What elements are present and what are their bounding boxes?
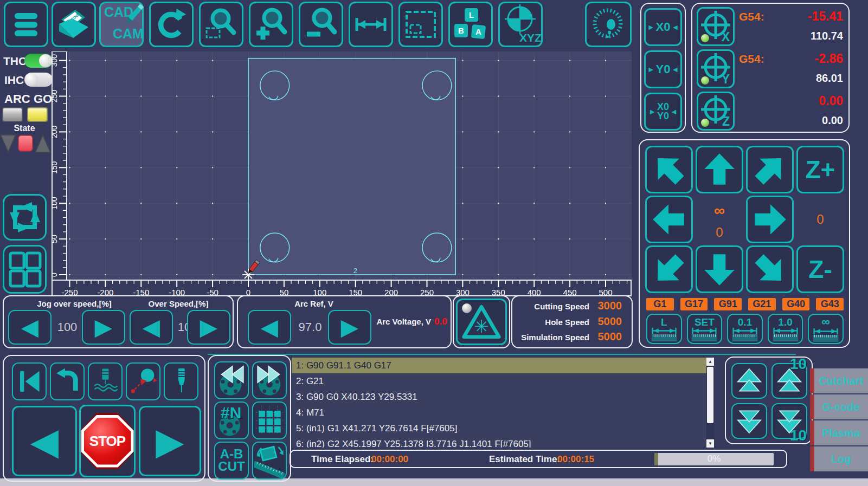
over-speed-inc-button[interactable]: ▶ [187,310,230,345]
line-up-button[interactable] [731,363,767,399]
g54-y-label: G54: [739,53,764,66]
step-cont-button[interactable]: ∞ [808,314,844,344]
hole-speed-label: Hole Speed [545,317,589,327]
rotate-part-button[interactable] [3,194,47,241]
zoom-out-button[interactable] [299,2,343,47]
jog-se-button[interactable] [746,245,794,293]
jog-up-button[interactable] [696,146,743,193]
jog-left-button[interactable] [645,196,693,243]
axis-x-button[interactable]: X [697,7,735,46]
nudge-panel: 10 10 [725,357,813,444]
fast-forward-button[interactable] [252,361,287,399]
jog-right-button[interactable] [746,196,794,243]
jog-nw-button[interactable] [645,146,693,193]
jog-z-minus-button[interactable]: Z- [796,245,844,293]
tab-gcode[interactable]: G-code [810,394,868,419]
gcode-line[interactable]: 6: (in2) G2 X45.1997 Y25.1378 I3.7716 J1… [292,436,714,448]
left-triangle-icon: ◀ [143,316,160,339]
probe-torch-button[interactable] [164,362,198,400]
work-canvas[interactable]: 2050100150200250300-250-200-150-100-5005… [52,51,632,296]
goto-start-button[interactable] [12,362,47,400]
scroll-up-button[interactable]: ▲ [706,358,714,366]
jog-down-button[interactable] [696,245,743,293]
jog-ne-button[interactable] [746,146,794,193]
axis-x-letter: X [722,30,730,44]
keyboard-keys-button[interactable]: L B A [448,2,493,47]
badge-g43: G43 [816,298,844,310]
svg-text:250: 250 [52,90,59,103]
zero-x-button[interactable]: ► X0 ◄ [644,8,682,46]
line-down-button[interactable] [731,403,767,439]
go-label: GO [34,92,52,106]
ab-cut-button[interactable]: A-B CUT [214,442,249,479]
open-gcode-button[interactable]: G-code [52,2,96,47]
run-backward-button[interactable]: ◀ [12,406,77,476]
svg-text:A: A [475,27,481,36]
step-0p1-button[interactable]: 0.1 [727,314,763,344]
gcode-line[interactable]: 1: G90 G91.1 G40 G17 [292,358,714,373]
run-forward-button[interactable]: ▶ [139,406,201,476]
gcode-scrollbar[interactable]: ▲ ▼ [706,358,714,448]
goto-line-button[interactable]: #N [214,401,249,439]
tab-plasma[interactable]: Plasma [810,420,868,445]
zero-xy-button[interactable]: ► X0 Y0 ◄ [644,93,682,131]
frame-button[interactable] [398,2,443,47]
align-part-button[interactable] [252,442,287,479]
zero-y-button[interactable]: ► Y0 ◄ [644,50,682,88]
state-stop-icon [18,135,33,151]
gcode-line[interactable]: 5: (in1) G1 X41.271 Y26.7614 F[#7605] [292,420,714,436]
jog-z-plus-button[interactable]: Z+ [796,146,844,193]
axis-x-led [701,34,709,42]
tab-log[interactable]: Log [810,446,868,471]
z-plus-label: Z+ [806,155,835,184]
thc-toggle[interactable] [24,54,53,68]
zoom-in-button[interactable] [249,2,293,47]
quadrants-button[interactable] [3,245,47,294]
jog-over-inc-button[interactable]: ▶ [82,310,125,345]
ruler-icon [731,327,759,342]
step-l-button[interactable]: L [646,314,682,344]
over-speed-dec-button[interactable]: ◀ [130,310,173,345]
y-position-value: 86.01 [816,72,843,85]
axis-z-led [701,119,709,127]
datum-xyz-button[interactable]: XYZ [498,2,543,47]
arc-ref-dec-button[interactable]: ◀ [248,310,291,345]
arc-indicator[interactable] [2,107,23,122]
jog-z-step-value: 0 [796,212,844,227]
gcode-line[interactable]: 3: G90 G0 X40.123 Y29.5331 [292,389,714,405]
arc-ref-inc-button[interactable]: ▶ [328,310,371,345]
step-1p0-button[interactable]: 1.0 [768,314,803,344]
step-set-button[interactable]: SET [687,314,723,344]
stop-button[interactable]: STOP [79,405,136,477]
scroll-down-button[interactable]: ▼ [706,439,714,448]
gcode-line[interactable]: 4: M71 [292,405,714,420]
torch-to-material-button[interactable] [88,362,123,400]
tab-cutchart[interactable]: Cutchart [810,368,868,393]
scroll-thumb[interactable] [707,367,713,423]
plasma-cnc-app: G-code CAD CAM [0,0,868,486]
nesting-grid-button[interactable] [252,401,287,439]
gcode-line[interactable]: 2: G21 [292,373,714,389]
cad-cam-button[interactable]: CAD CAM [99,2,144,47]
state-label: State [5,124,43,133]
axis-y-button[interactable]: Y [697,49,735,88]
estimated-time-label: Estimated Time: [489,454,560,465]
measure-button[interactable] [349,2,393,47]
menu-button[interactable] [4,2,48,47]
jog-dial-button[interactable] [585,2,632,47]
axis-z-button[interactable]: Z [697,92,735,131]
fast-backward-button[interactable] [214,361,249,399]
go-indicator[interactable] [27,107,48,122]
gcode-list[interactable]: 1: G90 G91.1 G40 G17 2: G21 3: G90 G0 X4… [292,358,714,448]
move-to-point-button[interactable] [126,362,160,400]
laser-pointer-button[interactable] [456,299,507,345]
laser-led [462,303,472,313]
ihc-toggle[interactable] [24,73,53,87]
return-button[interactable] [50,362,85,400]
jog-sw-button[interactable] [645,245,693,293]
refresh-button[interactable] [149,2,194,47]
zoom-window-button[interactable] [199,2,243,47]
arc-voltage-label: Arc Voltage, V [372,317,431,326]
jog-over-dec-button[interactable]: ◀ [8,310,52,345]
arrow-ne-icon [750,150,789,189]
